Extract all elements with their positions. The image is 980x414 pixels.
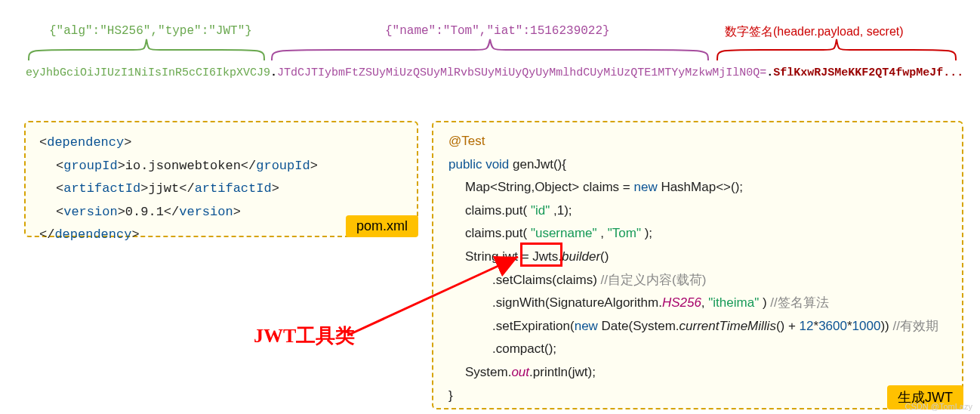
jwt-tool-label: JWT工具类 (254, 323, 355, 349)
jwt-sig-b64: SflKxwRJSMeKKF2QT4fwpMeJf... (773, 66, 963, 79)
brace-payload (270, 36, 710, 62)
jwts-highlight (520, 243, 562, 267)
brace-signature (716, 36, 957, 62)
java-box: @Test public void genJwt(){ Map<String,O… (432, 121, 963, 409)
brace-header (27, 36, 266, 62)
jwt-header-b64: eyJhbGciOiJIUzI1NiIsInR5cCI6IkpXVCJ9 (26, 66, 270, 79)
jwt-token: eyJhbGciOiJIUzI1NiIsInR5cCI6IkpXVCJ9.JTd… (26, 66, 963, 79)
java-code: @Test public void genJwt(){ Map<String,O… (433, 122, 962, 414)
jwt-payload-b64: JTdCJTIybmFtZSUyMiUzQSUyMlRvbSUyMiUyQyUy… (277, 66, 766, 79)
pom-box: <dependency> <groupId>io.jsonwebtoken</g… (24, 121, 418, 237)
pom-tag: pom.xml (346, 215, 418, 237)
watermark: CSDN @TomLazy (905, 402, 972, 411)
